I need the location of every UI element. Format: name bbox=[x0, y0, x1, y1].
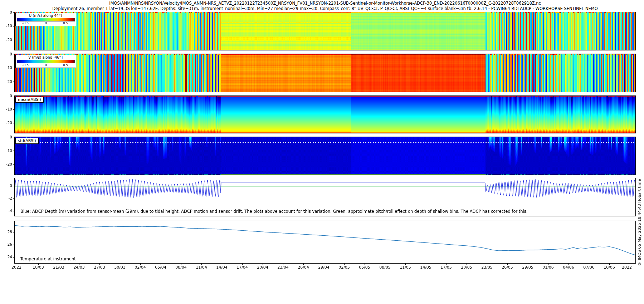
x-tick-label: 20/04 bbox=[257, 265, 268, 270]
y-tick-label: -20 bbox=[3, 38, 12, 42]
x-tick-label: 20/05 bbox=[461, 265, 472, 270]
panel-std-absi: std(ABSI) bbox=[14, 137, 636, 175]
x-tick-mark bbox=[487, 264, 487, 265]
x-tick-label: 17/05 bbox=[440, 265, 452, 270]
y-tick-label: -2 bbox=[3, 196, 12, 201]
x-tick-mark bbox=[263, 264, 263, 265]
x-tick-mark bbox=[181, 264, 181, 265]
x-tick-label: 11/05 bbox=[400, 265, 411, 270]
x-tick-mark bbox=[589, 264, 589, 265]
std-absi-label: std(ABSI) bbox=[15, 138, 39, 144]
u-colorbar-legend: U (m/s) along 44°T -0.5 0 0.5 bbox=[15, 13, 76, 26]
x-tick-label: 30/03 bbox=[114, 265, 126, 270]
panel-v-velocity: V (m/s) along -46°T -0.5 0 0.5 bbox=[14, 54, 636, 92]
x-tick-label: 01/06 bbox=[542, 265, 554, 270]
y-tick-label: 24 bbox=[3, 255, 12, 259]
x-tick-mark bbox=[324, 264, 324, 265]
y-tick-label: 0 bbox=[3, 52, 12, 57]
panel-mean-absi: mean(ABSI) bbox=[14, 95, 636, 133]
x-tick-mark bbox=[79, 264, 79, 265]
colorbar-tick-label: 0 bbox=[45, 63, 47, 67]
x-tick-label: 17/04 bbox=[236, 265, 248, 270]
x-tick-mark bbox=[405, 264, 406, 265]
y-tick-label: 26 bbox=[3, 242, 12, 247]
x-tick-label: 14/04 bbox=[216, 265, 228, 270]
x-tick-mark bbox=[161, 264, 161, 265]
y-tick-label: -10 bbox=[3, 24, 12, 28]
y-tick-label: -20 bbox=[3, 79, 12, 84]
x-tick-label: 05/05 bbox=[359, 265, 370, 270]
y-tick-label: -10 bbox=[3, 107, 12, 112]
colorbar-tick-label: 0.5 bbox=[63, 21, 68, 25]
x-tick-mark bbox=[120, 264, 120, 265]
u-colorbar-ticks: -0.5 0 0.5 bbox=[17, 21, 75, 25]
y-tick-label: 0 bbox=[3, 135, 12, 139]
y-tick-label: 0 bbox=[3, 183, 12, 188]
u-colorbar-title: U (m/s) along 44°T bbox=[17, 14, 75, 18]
temperature-line-plot bbox=[15, 221, 635, 263]
x-tick-mark bbox=[528, 264, 528, 265]
y-tick-label: -10 bbox=[3, 65, 12, 70]
std-absi-heatmap bbox=[15, 137, 635, 175]
temperature-label: Temperature at instrument bbox=[20, 256, 76, 261]
x-tick-mark bbox=[222, 264, 222, 265]
x-tick-mark bbox=[446, 264, 447, 265]
x-tick-label: 23/05 bbox=[481, 265, 493, 270]
x-tick-label: 10/06 bbox=[604, 265, 615, 270]
figure-subtitle-deployment-info: Deployment 26, member 1 lat=19.3S lon=14… bbox=[14, 6, 636, 11]
x-tick-mark bbox=[365, 264, 365, 265]
panel-temperature: Temperature at instrument bbox=[14, 221, 636, 264]
x-tick-label: 18/03 bbox=[33, 265, 44, 270]
x-tick-mark bbox=[507, 264, 508, 265]
x-tick-label: 05/04 bbox=[155, 265, 166, 270]
x-tick-mark bbox=[201, 264, 202, 265]
x-tick-mark bbox=[59, 264, 59, 265]
x-tick-label: 23/04 bbox=[277, 265, 289, 270]
figure-title-filename: IMOS/ANMN/NRS/NRSYON/Velocity/IMOS_ANMN-… bbox=[14, 1, 636, 6]
x-tick-label: 14/05 bbox=[420, 265, 431, 270]
x-tick-mark bbox=[609, 264, 610, 265]
x-tick-label: 29/05 bbox=[522, 265, 533, 270]
x-tick-label: 27/03 bbox=[94, 265, 105, 270]
colorbar-tick-label: -0.5 bbox=[23, 21, 29, 25]
x-tick-mark bbox=[283, 264, 283, 265]
y-tick-label: -10 bbox=[3, 148, 12, 153]
v-colorbar-ticks: -0.5 0 0.5 bbox=[17, 63, 75, 67]
x-tick-mark bbox=[385, 264, 385, 265]
x-tick-label: 02/04 bbox=[135, 265, 146, 270]
x-tick-label: 08/04 bbox=[175, 265, 187, 270]
x-tick-label: 11/04 bbox=[196, 265, 207, 270]
depth-variation-caption: Blue: ADCP Depth (m) variation from sens… bbox=[20, 209, 527, 214]
panel-depth-variation: Blue: ADCP Depth (m) variation from sens… bbox=[14, 178, 636, 216]
x-tick-label: 07/06 bbox=[583, 265, 595, 270]
u-velocity-heatmap bbox=[15, 12, 635, 50]
mean-absi-heatmap bbox=[15, 96, 635, 133]
u-colorbar-gradient bbox=[17, 18, 75, 21]
mean-absi-label: mean(ABSI) bbox=[15, 97, 44, 103]
x-tick-label: 02/05 bbox=[338, 265, 350, 270]
x-tick-label: 26/05 bbox=[502, 265, 513, 270]
v-velocity-heatmap bbox=[15, 54, 635, 92]
x-tick-mark bbox=[140, 264, 141, 265]
x-tick-label: 2022 bbox=[622, 265, 632, 270]
x-tick-label: 24/03 bbox=[73, 265, 85, 270]
x-tick-mark bbox=[242, 264, 243, 265]
x-tick-mark bbox=[569, 264, 569, 265]
x-tick-mark bbox=[99, 264, 100, 265]
y-tick-label: 0 bbox=[3, 94, 12, 98]
x-tick-label: 21/03 bbox=[53, 265, 64, 270]
y-tick-label: 0 bbox=[3, 10, 12, 15]
x-tick-label: 04/06 bbox=[563, 265, 574, 270]
colorbar-tick-label: 0 bbox=[45, 21, 47, 25]
copyright-watermark: © IMOS 05-May-2025 18:44:43 Hobart time bbox=[637, 170, 643, 266]
panel-u-velocity: U (m/s) along 44°T -0.5 0 0.5 bbox=[14, 12, 636, 50]
y-tick-label: -20 bbox=[3, 121, 12, 125]
y-tick-label: -4 bbox=[3, 209, 12, 213]
figure: IMOS/ANMN/NRS/NRSYON/Velocity/IMOS_ANMN-… bbox=[0, 0, 644, 304]
x-tick-mark bbox=[467, 264, 467, 265]
x-tick-label: 08/05 bbox=[379, 265, 391, 270]
y-tick-label: 28 bbox=[3, 230, 12, 234]
y-tick-label: -20 bbox=[3, 162, 12, 167]
x-tick-label: 26/04 bbox=[298, 265, 309, 270]
x-tick-mark bbox=[38, 264, 39, 265]
